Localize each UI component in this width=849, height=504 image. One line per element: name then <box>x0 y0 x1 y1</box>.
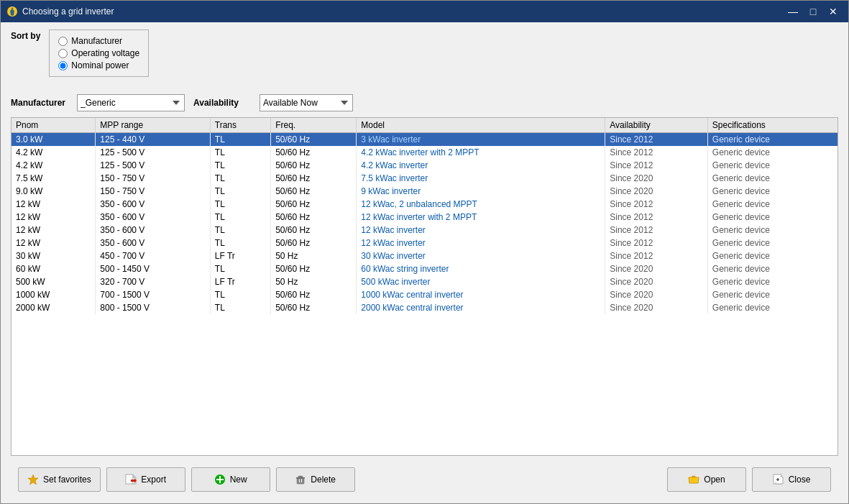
manufacturer-select[interactable]: _Generic All <box>77 94 185 111</box>
inverter-table: Pnom MPP range Trans Freq. Model Availab… <box>12 118 837 314</box>
table-row[interactable]: 3.0 kW125 - 440 VTL50/60 Hz3 kWac invert… <box>12 133 837 147</box>
window-title: Choosing a grid inverter <box>22 6 784 17</box>
table-row[interactable]: 60 kW500 - 1450 VTL50/60 Hz60 kWac strin… <box>12 262 837 275</box>
main-window: Choosing a grid inverter — □ ✕ Sort by M… <box>0 0 849 504</box>
table-row[interactable]: 2000 kW800 - 1500 VTL50/60 Hz2000 kWac c… <box>12 301 837 314</box>
sort-nominal-power-label: Nominal power <box>71 60 129 70</box>
svg-rect-12 <box>299 479 300 482</box>
col-freq: Freq. <box>271 118 357 133</box>
sort-manufacturer-radio[interactable] <box>58 37 68 46</box>
table-row[interactable]: 12 kW350 - 600 VTL50/60 Hz12 kWac invert… <box>12 211 837 224</box>
star-icon <box>27 474 39 485</box>
new-button[interactable]: New <box>191 467 270 492</box>
svg-rect-8 <box>216 479 224 480</box>
close-label: Close <box>789 475 811 485</box>
table-body: 3.0 kW125 - 440 VTL50/60 Hz3 kWac invert… <box>12 133 837 315</box>
svg-rect-2 <box>126 475 133 484</box>
open-label: Open <box>704 475 725 485</box>
delete-label: Delete <box>311 475 336 485</box>
col-availability: Availability <box>605 118 708 133</box>
new-label: New <box>230 475 247 485</box>
table-row[interactable]: 12 kW350 - 600 VTL50/60 Hz12 kWac invert… <box>12 224 837 237</box>
sort-manufacturer-option[interactable]: Manufacturer <box>58 36 139 46</box>
export-button[interactable]: Export <box>106 467 185 492</box>
minimize-button[interactable]: — <box>784 4 802 19</box>
manufacturer-filter-label: Manufacturer <box>11 98 68 108</box>
table-row[interactable]: 1000 kW700 - 1500 VTL50/60 Hz1000 kWac c… <box>12 288 837 301</box>
col-specs: Specifications <box>707 118 837 133</box>
set-favorites-button[interactable]: Set favorites <box>18 467 101 492</box>
maximize-button[interactable]: □ <box>804 4 822 19</box>
close-window-button[interactable]: ✕ <box>824 4 843 19</box>
table-header-row: Pnom MPP range Trans Freq. Model Availab… <box>12 118 837 133</box>
export-icon <box>125 474 137 485</box>
delete-button[interactable]: Delete <box>276 467 355 492</box>
filter-row: Manufacturer _Generic All Availability A… <box>11 94 838 111</box>
table-row[interactable]: 4.2 kW125 - 500 VTL50/60 Hz4.2 kWac inve… <box>12 146 837 159</box>
open-icon <box>688 474 699 485</box>
svg-rect-13 <box>301 479 302 482</box>
table-row[interactable]: 30 kW450 - 700 VLF Tr50 Hz30 kWac invert… <box>12 249 837 262</box>
sort-nominal-power-radio[interactable] <box>58 61 68 70</box>
content-area: Sort by Manufacturer Operating voltage N… <box>1 22 848 503</box>
open-button[interactable]: Open <box>667 467 746 492</box>
svg-marker-1 <box>28 475 38 485</box>
availability-select[interactable]: Available Now All Future <box>260 94 353 111</box>
new-icon <box>214 474 226 485</box>
table-row[interactable]: 12 kW350 - 600 VTL50/60 Hz12 kWac invert… <box>12 237 837 249</box>
sort-operating-voltage-label: Operating voltage <box>71 48 139 58</box>
inverter-table-container: Pnom MPP range Trans Freq. Model Availab… <box>11 117 838 456</box>
col-pnom: Pnom <box>12 118 96 133</box>
sort-radio-group: Manufacturer Operating voltage Nominal p… <box>58 36 139 70</box>
table-row[interactable]: 12 kW350 - 600 VTL50/60 Hz12 kWac, 2 unb… <box>12 198 837 211</box>
close-btn-icon <box>773 474 784 485</box>
window-controls: — □ ✕ <box>784 4 843 19</box>
export-label: Export <box>141 475 166 485</box>
col-model: Model <box>357 118 605 133</box>
svg-rect-10 <box>298 476 303 477</box>
titlebar: Choosing a grid inverter — □ ✕ <box>1 1 848 22</box>
footer-left-buttons: Set favorites Export <box>18 467 355 492</box>
table-row[interactable]: 4.2 kW125 - 500 VTL50/60 Hz4.2 kWac inve… <box>12 159 837 172</box>
table-row[interactable]: 7.5 kW150 - 750 VTL50/60 Hz7.5 kWac inve… <box>12 172 837 185</box>
delete-icon <box>295 474 306 485</box>
footer-right-buttons: Open Close <box>667 467 831 492</box>
svg-marker-3 <box>133 475 136 477</box>
set-favorites-label: Set favorites <box>43 475 91 485</box>
sort-section: Manufacturer Operating voltage Nominal p… <box>49 29 149 77</box>
sort-operating-voltage-radio[interactable] <box>58 49 68 58</box>
table-row[interactable]: 9.0 kW150 - 750 VTL50/60 Hz9 kWac invert… <box>12 185 837 198</box>
col-mpp: MPP range <box>96 118 210 133</box>
app-icon <box>6 6 18 17</box>
sort-nominal-power-option[interactable]: Nominal power <box>58 60 139 70</box>
availability-filter-label: Availability <box>193 98 251 108</box>
sort-by-label: Sort by <box>11 29 40 41</box>
close-button[interactable]: Close <box>752 467 831 492</box>
svg-rect-11 <box>296 477 305 479</box>
sort-operating-voltage-option[interactable]: Operating voltage <box>58 48 139 58</box>
sort-manufacturer-label: Manufacturer <box>71 36 122 46</box>
table-row[interactable]: 500 kW320 - 700 VLF Tr50 Hz500 kWac inve… <box>12 275 837 288</box>
col-trans: Trans <box>210 118 270 133</box>
footer-buttons: Set favorites Export <box>11 463 838 496</box>
